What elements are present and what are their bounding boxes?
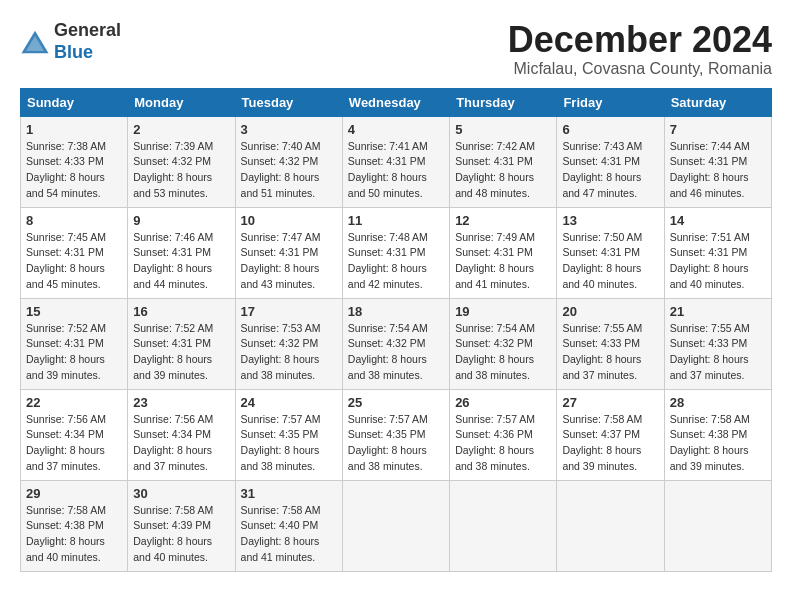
daylight: Daylight: 8 hours and 41 minutes.: [241, 535, 320, 563]
day-number: 24: [241, 395, 337, 410]
daylight: Daylight: 8 hours and 46 minutes.: [670, 171, 749, 199]
sunset: Sunset: 4:36 PM: [455, 428, 533, 440]
day-info: Sunrise: 7:57 AM Sunset: 4:35 PM Dayligh…: [348, 412, 444, 475]
sunrise: Sunrise: 7:50 AM: [562, 231, 642, 243]
day-number: 2: [133, 122, 229, 137]
logo: General Blue: [20, 20, 121, 63]
calendar-cell: 7 Sunrise: 7:44 AM Sunset: 4:31 PM Dayli…: [664, 116, 771, 207]
day-number: 25: [348, 395, 444, 410]
calendar-cell: 10 Sunrise: 7:47 AM Sunset: 4:31 PM Dayl…: [235, 207, 342, 298]
calendar-cell: 31 Sunrise: 7:58 AM Sunset: 4:40 PM Dayl…: [235, 480, 342, 571]
daylight: Daylight: 8 hours and 38 minutes.: [455, 353, 534, 381]
day-info: Sunrise: 7:57 AM Sunset: 4:36 PM Dayligh…: [455, 412, 551, 475]
sunset: Sunset: 4:32 PM: [241, 337, 319, 349]
daylight: Daylight: 8 hours and 38 minutes.: [455, 444, 534, 472]
sunset: Sunset: 4:33 PM: [562, 337, 640, 349]
calendar-week-3: 15 Sunrise: 7:52 AM Sunset: 4:31 PM Dayl…: [21, 298, 772, 389]
sunset: Sunset: 4:38 PM: [26, 519, 104, 531]
sunset: Sunset: 4:31 PM: [133, 337, 211, 349]
header-tuesday: Tuesday: [235, 88, 342, 116]
daylight: Daylight: 8 hours and 39 minutes.: [562, 444, 641, 472]
calendar-cell: 29 Sunrise: 7:58 AM Sunset: 4:38 PM Dayl…: [21, 480, 128, 571]
day-number: 15: [26, 304, 122, 319]
day-info: Sunrise: 7:40 AM Sunset: 4:32 PM Dayligh…: [241, 139, 337, 202]
calendar-cell: 19 Sunrise: 7:54 AM Sunset: 4:32 PM Dayl…: [450, 298, 557, 389]
calendar-cell: 30 Sunrise: 7:58 AM Sunset: 4:39 PM Dayl…: [128, 480, 235, 571]
day-number: 19: [455, 304, 551, 319]
sunset: Sunset: 4:31 PM: [455, 155, 533, 167]
daylight: Daylight: 8 hours and 48 minutes.: [455, 171, 534, 199]
sunrise: Sunrise: 7:57 AM: [455, 413, 535, 425]
daylight: Daylight: 8 hours and 54 minutes.: [26, 171, 105, 199]
day-number: 16: [133, 304, 229, 319]
calendar-cell: 23 Sunrise: 7:56 AM Sunset: 4:34 PM Dayl…: [128, 389, 235, 480]
calendar-cell: 11 Sunrise: 7:48 AM Sunset: 4:31 PM Dayl…: [342, 207, 449, 298]
calendar-cell: 13 Sunrise: 7:50 AM Sunset: 4:31 PM Dayl…: [557, 207, 664, 298]
daylight: Daylight: 8 hours and 39 minutes.: [670, 444, 749, 472]
calendar-week-2: 8 Sunrise: 7:45 AM Sunset: 4:31 PM Dayli…: [21, 207, 772, 298]
sunset: Sunset: 4:31 PM: [241, 246, 319, 258]
day-number: 17: [241, 304, 337, 319]
sunrise: Sunrise: 7:52 AM: [26, 322, 106, 334]
day-info: Sunrise: 7:42 AM Sunset: 4:31 PM Dayligh…: [455, 139, 551, 202]
sunset: Sunset: 4:40 PM: [241, 519, 319, 531]
calendar-cell: 5 Sunrise: 7:42 AM Sunset: 4:31 PM Dayli…: [450, 116, 557, 207]
day-info: Sunrise: 7:52 AM Sunset: 4:31 PM Dayligh…: [133, 321, 229, 384]
daylight: Daylight: 8 hours and 41 minutes.: [455, 262, 534, 290]
calendar-cell: 4 Sunrise: 7:41 AM Sunset: 4:31 PM Dayli…: [342, 116, 449, 207]
calendar-week-5: 29 Sunrise: 7:58 AM Sunset: 4:38 PM Dayl…: [21, 480, 772, 571]
day-number: 18: [348, 304, 444, 319]
day-info: Sunrise: 7:46 AM Sunset: 4:31 PM Dayligh…: [133, 230, 229, 293]
day-info: Sunrise: 7:58 AM Sunset: 4:40 PM Dayligh…: [241, 503, 337, 566]
day-number: 27: [562, 395, 658, 410]
sunset: Sunset: 4:38 PM: [670, 428, 748, 440]
sunrise: Sunrise: 7:58 AM: [26, 504, 106, 516]
sunrise: Sunrise: 7:56 AM: [26, 413, 106, 425]
day-number: 20: [562, 304, 658, 319]
sunrise: Sunrise: 7:46 AM: [133, 231, 213, 243]
day-number: 6: [562, 122, 658, 137]
header-sunday: Sunday: [21, 88, 128, 116]
daylight: Daylight: 8 hours and 42 minutes.: [348, 262, 427, 290]
daylight: Daylight: 8 hours and 37 minutes.: [26, 444, 105, 472]
day-number: 8: [26, 213, 122, 228]
sunset: Sunset: 4:31 PM: [348, 246, 426, 258]
sunrise: Sunrise: 7:43 AM: [562, 140, 642, 152]
calendar-cell: 2 Sunrise: 7:39 AM Sunset: 4:32 PM Dayli…: [128, 116, 235, 207]
day-info: Sunrise: 7:53 AM Sunset: 4:32 PM Dayligh…: [241, 321, 337, 384]
sunrise: Sunrise: 7:54 AM: [348, 322, 428, 334]
day-number: 10: [241, 213, 337, 228]
day-info: Sunrise: 7:48 AM Sunset: 4:31 PM Dayligh…: [348, 230, 444, 293]
logo-general: General: [54, 20, 121, 40]
logo-blue: Blue: [54, 42, 93, 62]
day-info: Sunrise: 7:58 AM Sunset: 4:38 PM Dayligh…: [670, 412, 766, 475]
daylight: Daylight: 8 hours and 50 minutes.: [348, 171, 427, 199]
sunrise: Sunrise: 7:58 AM: [562, 413, 642, 425]
sunset: Sunset: 4:33 PM: [670, 337, 748, 349]
calendar-cell: 26 Sunrise: 7:57 AM Sunset: 4:36 PM Dayl…: [450, 389, 557, 480]
sunrise: Sunrise: 7:48 AM: [348, 231, 428, 243]
daylight: Daylight: 8 hours and 40 minutes.: [670, 262, 749, 290]
calendar-week-1: 1 Sunrise: 7:38 AM Sunset: 4:33 PM Dayli…: [21, 116, 772, 207]
sunset: Sunset: 4:35 PM: [348, 428, 426, 440]
day-number: 30: [133, 486, 229, 501]
daylight: Daylight: 8 hours and 37 minutes.: [562, 353, 641, 381]
sunrise: Sunrise: 7:40 AM: [241, 140, 321, 152]
calendar-header-row: SundayMondayTuesdayWednesdayThursdayFrid…: [21, 88, 772, 116]
calendar-cell: 8 Sunrise: 7:45 AM Sunset: 4:31 PM Dayli…: [21, 207, 128, 298]
calendar-cell: 3 Sunrise: 7:40 AM Sunset: 4:32 PM Dayli…: [235, 116, 342, 207]
daylight: Daylight: 8 hours and 40 minutes.: [133, 535, 212, 563]
sunset: Sunset: 4:37 PM: [562, 428, 640, 440]
day-info: Sunrise: 7:45 AM Sunset: 4:31 PM Dayligh…: [26, 230, 122, 293]
daylight: Daylight: 8 hours and 38 minutes.: [348, 444, 427, 472]
sunset: Sunset: 4:32 PM: [133, 155, 211, 167]
header-friday: Friday: [557, 88, 664, 116]
sunset: Sunset: 4:34 PM: [26, 428, 104, 440]
sunset: Sunset: 4:31 PM: [455, 246, 533, 258]
sunrise: Sunrise: 7:54 AM: [455, 322, 535, 334]
sunset: Sunset: 4:31 PM: [562, 246, 640, 258]
calendar-cell: 28 Sunrise: 7:58 AM Sunset: 4:38 PM Dayl…: [664, 389, 771, 480]
calendar-cell: 12 Sunrise: 7:49 AM Sunset: 4:31 PM Dayl…: [450, 207, 557, 298]
calendar-cell: [557, 480, 664, 571]
sunset: Sunset: 4:32 PM: [241, 155, 319, 167]
